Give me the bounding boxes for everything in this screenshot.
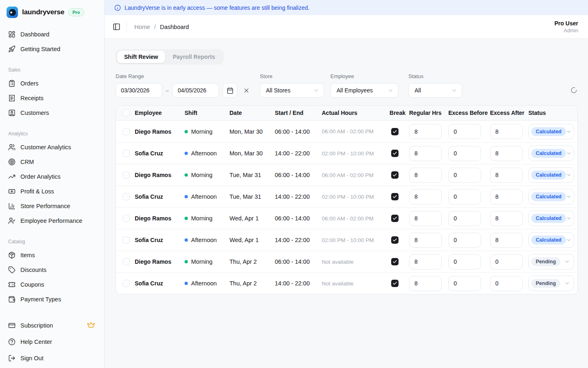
- sidebar-item-items[interactable]: Items: [7, 248, 98, 263]
- excess-after-input[interactable]: [490, 233, 523, 248]
- regular-hours-input[interactable]: [409, 124, 442, 139]
- break-checkbox[interactable]: [391, 258, 399, 265]
- table-body: Diego RamosMorningMon, Mar 3006:00 - 14:…: [116, 121, 577, 294]
- start-date-input[interactable]: [116, 83, 162, 98]
- status-select[interactable]: All: [408, 83, 462, 98]
- morning-shift-dot-icon: [185, 130, 188, 133]
- break-checkbox[interactable]: [391, 280, 399, 287]
- break-checkbox[interactable]: [391, 193, 399, 200]
- store-label: Store: [260, 73, 324, 79]
- row-status-select[interactable]: Calculated: [528, 167, 574, 183]
- column-header-actual-hours: Actual Hours: [322, 110, 386, 116]
- excess-before-input[interactable]: [448, 146, 481, 161]
- row-status-select[interactable]: Calculated: [528, 146, 574, 161]
- sidebar-item-receipts[interactable]: Receipts: [7, 91, 98, 105]
- sidebar-item-discounts[interactable]: Discounts: [7, 263, 98, 277]
- regular-hours-input[interactable]: [409, 168, 442, 183]
- excess-before-input[interactable]: [448, 233, 481, 248]
- row-status-select[interactable]: Calculated: [528, 189, 574, 204]
- shift-cell: Morning: [185, 172, 229, 178]
- sidebar-item-label: Discounts: [20, 267, 47, 273]
- excess-after-input[interactable]: [490, 189, 523, 204]
- break-checkbox[interactable]: [391, 215, 399, 222]
- column-header-employee: Employee: [135, 110, 185, 116]
- row-status-select[interactable]: Pending: [528, 276, 574, 291]
- check-icon: [392, 238, 397, 242]
- employee-select[interactable]: All Employees: [330, 83, 399, 98]
- regular-hours-input[interactable]: [409, 146, 442, 161]
- row-checkbox[interactable]: [122, 236, 130, 244]
- sidebar-item-label: Payment Types: [20, 296, 61, 303]
- sidebar-item-crm[interactable]: CRM: [7, 155, 98, 169]
- excess-before-input[interactable]: [448, 276, 481, 291]
- start-end-time: 14:00 - 22:00: [275, 193, 322, 200]
- row-checkbox[interactable]: [122, 128, 130, 135]
- status-badge: Calculated: [531, 192, 566, 201]
- user-block[interactable]: Pro User Admin: [555, 20, 578, 34]
- row-status-select[interactable]: Calculated: [528, 124, 574, 139]
- sidebar-item-customer-analytics[interactable]: Customer Analytics: [7, 140, 98, 155]
- row-checkbox[interactable]: [122, 193, 130, 200]
- sidebar-item-profit-loss[interactable]: Profit & Loss: [7, 184, 98, 199]
- excess-before-input[interactable]: [448, 124, 481, 139]
- sidebar-item-coupons[interactable]: Coupons: [7, 277, 98, 292]
- breadcrumb-home[interactable]: Home: [134, 24, 150, 30]
- excess-after-input[interactable]: [490, 276, 523, 291]
- tab-payroll-reports[interactable]: Payroll Reports: [166, 51, 222, 63]
- sidebar-toggle-button[interactable]: [110, 21, 122, 33]
- sidebar-item-employee-performance[interactable]: Employee Performance: [7, 213, 98, 228]
- row-checkbox[interactable]: [122, 215, 130, 222]
- select-all-checkbox[interactable]: [122, 109, 130, 117]
- sidebar-item-help-center[interactable]: Help Center: [7, 334, 98, 350]
- break-checkbox[interactable]: [391, 128, 399, 135]
- break-checkbox[interactable]: [391, 171, 399, 179]
- break-checkbox[interactable]: [391, 236, 399, 244]
- excess-after-input[interactable]: [490, 254, 523, 269]
- actual-hours: 02:00 PM - 10:00 PM: [322, 150, 386, 157]
- regular-hours-input[interactable]: [409, 211, 442, 226]
- calendar-button[interactable]: [223, 83, 237, 98]
- sidebar-item-getting-started[interactable]: Getting Started: [7, 42, 98, 56]
- excess-before-input[interactable]: [448, 254, 481, 269]
- break-checkbox[interactable]: [391, 150, 399, 157]
- sidebar-item-dashboard[interactable]: Dashboard: [7, 27, 98, 42]
- row-checkbox[interactable]: [122, 150, 130, 157]
- row-checkbox[interactable]: [122, 258, 130, 265]
- clear-dates-button[interactable]: [241, 85, 252, 96]
- row-status-select[interactable]: Calculated: [528, 211, 574, 226]
- employee-name: Sofia Cruz: [135, 280, 185, 287]
- sidebar-item-store-performance[interactable]: Store Performance: [7, 199, 98, 213]
- sidebar-item-order-analytics[interactable]: Order Analytics: [7, 169, 98, 184]
- sidebar-item-subscription[interactable]: Subscription: [7, 317, 98, 334]
- sidebar-item-sign-out[interactable]: Sign Out: [7, 350, 98, 366]
- status-badge: Pending: [531, 257, 560, 266]
- check-icon: [392, 173, 397, 177]
- log-out-icon: [8, 355, 16, 362]
- sidebar-item-payment-types[interactable]: Payment Types: [7, 292, 98, 307]
- app-root: laundryverse Pro DashboardGetting Starte…: [0, 0, 588, 368]
- regular-hours-input[interactable]: [409, 189, 442, 204]
- check-icon: [392, 151, 397, 156]
- end-date-input[interactable]: [172, 83, 219, 98]
- sidebar-item-label: Customer Analytics: [20, 144, 71, 150]
- excess-before-input[interactable]: [448, 168, 481, 183]
- early-access-banner: LaundryVerse is in early access — some f…: [105, 0, 588, 15]
- excess-before-input[interactable]: [448, 189, 481, 204]
- excess-before-input[interactable]: [448, 211, 481, 226]
- sidebar-item-customers[interactable]: Customers: [7, 105, 98, 120]
- excess-after-input[interactable]: [490, 146, 523, 161]
- regular-hours-input[interactable]: [409, 254, 442, 269]
- tab-shift-review[interactable]: Shift Review: [117, 51, 165, 63]
- excess-after-input[interactable]: [490, 211, 523, 226]
- regular-hours-input[interactable]: [409, 276, 442, 291]
- excess-after-input[interactable]: [490, 168, 523, 183]
- actual-hours: Not available: [322, 280, 386, 287]
- excess-after-input[interactable]: [490, 124, 523, 139]
- row-checkbox[interactable]: [122, 280, 130, 287]
- row-status-select[interactable]: Pending: [528, 254, 574, 269]
- row-checkbox[interactable]: [122, 171, 130, 179]
- store-select[interactable]: All Stores: [260, 83, 324, 98]
- row-status-select[interactable]: Calculated: [528, 232, 574, 248]
- sidebar-item-orders[interactable]: Orders: [7, 76, 98, 91]
- regular-hours-input[interactable]: [409, 233, 442, 248]
